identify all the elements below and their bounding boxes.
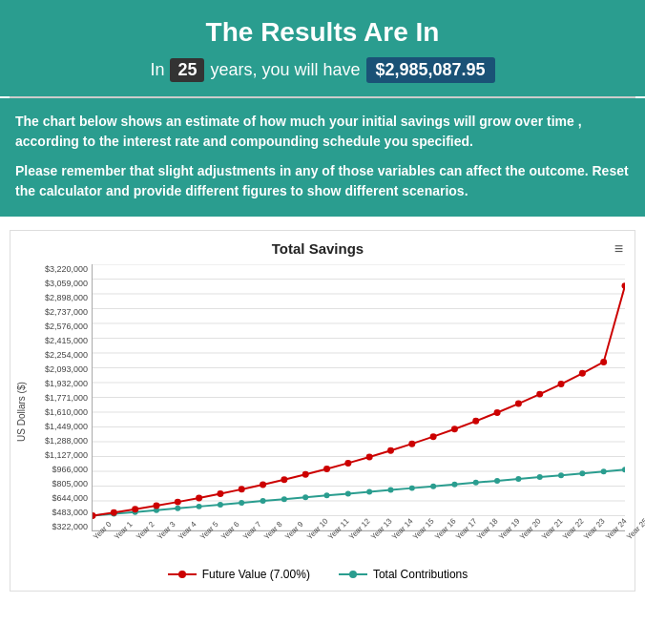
svg-point-51 <box>217 490 223 497</box>
y-label-item: $1,771,000 <box>29 393 92 403</box>
y-label-item: $2,737,000 <box>29 307 92 317</box>
svg-point-48 <box>153 503 159 509</box>
svg-point-69 <box>600 359 607 365</box>
svg-point-31 <box>345 490 351 496</box>
svg-point-45 <box>93 512 95 519</box>
page-title: The Results Are In <box>10 17 635 48</box>
svg-point-32 <box>366 488 372 494</box>
svg-point-43 <box>601 468 607 474</box>
svg-point-30 <box>324 492 330 498</box>
svg-point-29 <box>302 494 308 500</box>
y-label-item: $3,059,000 <box>29 279 92 288</box>
svg-point-24 <box>197 504 202 509</box>
summary-line: In 25 years, you will have $2,985,087.95 <box>10 57 635 83</box>
svg-point-46 <box>111 509 117 516</box>
svg-point-59 <box>387 447 394 454</box>
svg-point-64 <box>494 409 501 416</box>
svg-point-25 <box>218 502 223 508</box>
svg-point-28 <box>281 496 287 502</box>
svg-point-68 <box>579 370 586 377</box>
svg-point-37 <box>473 480 479 486</box>
y-label-item: $1,127,000 <box>29 450 92 460</box>
y-label-item: $2,576,000 <box>29 322 92 331</box>
y-label-item: $2,898,000 <box>29 293 92 302</box>
y-label-item: $1,288,000 <box>29 436 92 446</box>
y-labels: $3,220,000$3,059,000$2,898,000$2,737,000… <box>29 264 92 531</box>
svg-point-40 <box>537 474 543 480</box>
chart-area: US Dollars ($) $3,220,000$3,059,000$2,89… <box>10 264 625 560</box>
y-label-item: $1,610,000 <box>29 407 92 417</box>
x-label-item: Year 25 <box>625 517 645 542</box>
svg-point-47 <box>132 506 138 512</box>
svg-point-38 <box>494 478 500 484</box>
summary-prefix: In <box>150 60 164 80</box>
svg-point-36 <box>451 482 457 488</box>
y-label-item: $322,000 <box>29 522 92 531</box>
svg-point-54 <box>281 476 287 483</box>
legend-line-teal <box>339 573 367 575</box>
legend-dot-red <box>178 571 186 578</box>
y-label-item: $483,000 <box>29 508 92 517</box>
svg-point-66 <box>536 391 543 398</box>
y-label-item: $1,932,000 <box>29 379 92 388</box>
legend-dot-teal <box>349 571 357 578</box>
svg-point-50 <box>196 494 202 501</box>
svg-point-52 <box>239 486 245 492</box>
svg-point-35 <box>430 484 436 489</box>
svg-point-67 <box>558 381 565 387</box>
y-label-item: $3,220,000 <box>29 264 92 274</box>
chart-plot <box>92 264 625 531</box>
svg-point-56 <box>323 466 330 472</box>
x-axis-container: Year 0Year 1Year 2Year 3Year 4Year 5Year… <box>92 531 625 560</box>
chart-menu-icon[interactable]: ≡ <box>614 240 623 258</box>
svg-point-63 <box>472 418 479 425</box>
svg-point-58 <box>366 454 373 461</box>
svg-point-62 <box>451 426 458 432</box>
svg-point-27 <box>260 498 266 504</box>
legend-line-red <box>168 573 197 575</box>
description-section: The chart below shows an estimate of how… <box>0 98 645 217</box>
svg-point-70 <box>622 282 625 289</box>
svg-point-33 <box>387 488 393 493</box>
chart-title: Total Savings <box>10 240 625 257</box>
years-badge: 25 <box>170 58 204 82</box>
svg-point-41 <box>558 472 564 478</box>
svg-point-42 <box>579 470 585 476</box>
svg-point-23 <box>175 506 180 511</box>
y-label-item: $644,000 <box>29 493 92 503</box>
description-para1: The chart below shows an estimate of how… <box>15 112 630 152</box>
svg-point-60 <box>408 441 415 447</box>
svg-point-39 <box>515 476 521 482</box>
svg-point-26 <box>239 500 244 506</box>
y-label-item: $2,254,000 <box>29 350 92 360</box>
svg-point-49 <box>175 499 181 506</box>
svg-point-34 <box>409 486 415 491</box>
y-label-item: $2,093,000 <box>29 364 92 374</box>
summary-middle: years, you will have <box>210 60 360 80</box>
page-wrapper: The Results Are In In 25 years, you will… <box>0 0 645 592</box>
y-axis-label: US Dollars ($) <box>14 264 29 560</box>
y-label-item: $2,415,000 <box>29 336 92 345</box>
chart-container: Total Savings ≡ US Dollars ($) $3,220,00… <box>10 230 635 592</box>
amount-badge: $2,985,087.95 <box>366 57 495 83</box>
svg-point-57 <box>344 460 351 467</box>
svg-point-55 <box>302 471 309 478</box>
chart-inner: $3,220,000$3,059,000$2,898,000$2,737,000… <box>29 264 625 560</box>
header-section: The Results Are In In 25 years, you will… <box>0 0 645 96</box>
svg-point-65 <box>515 401 522 407</box>
y-label-item: $805,000 <box>29 479 92 488</box>
description-para2: Please remember that slight adjustments … <box>15 161 630 201</box>
y-label-item: $966,000 <box>29 465 92 474</box>
y-label-item: $1,449,000 <box>29 422 92 431</box>
svg-point-53 <box>260 481 266 488</box>
svg-point-61 <box>430 433 437 440</box>
